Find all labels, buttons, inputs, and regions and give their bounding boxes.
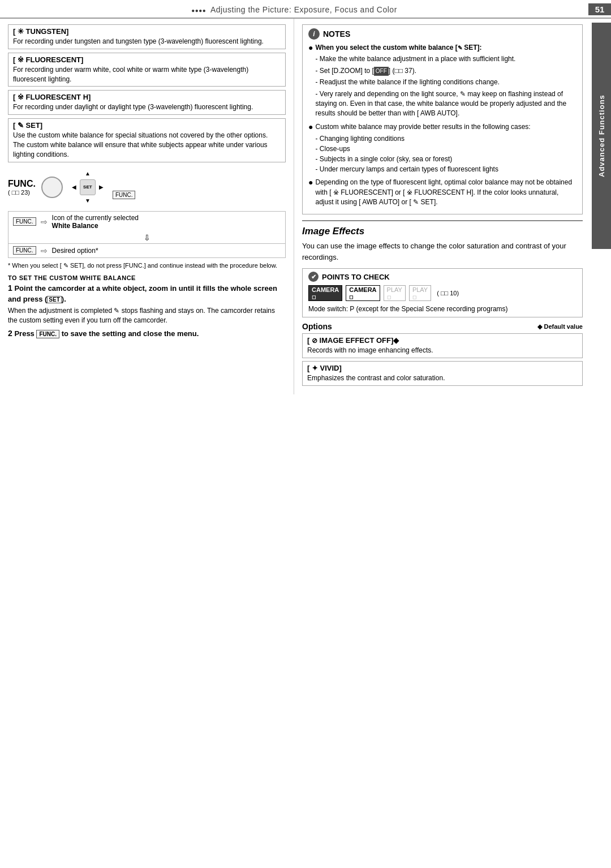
dpad-center[interactable]: SET <box>80 179 96 195</box>
right-column: i NOTES ● When you select the custom whi… <box>294 19 611 394</box>
fluorescent-h-title: [ ※ FLUORESCENT H] <box>13 93 281 101</box>
divider <box>302 220 583 221</box>
func-circle-button[interactable] <box>41 177 63 198</box>
image-effects-title: Image Effects <box>302 226 583 237</box>
step-1: 1 Point the camcorder at a white object,… <box>8 283 286 325</box>
header-title-text: Adjusting the Picture: Exposure, Focus a… <box>210 5 397 14</box>
camera-badge-dark-1: CAMERA◻ <box>308 285 342 301</box>
points-mode: Mode switch: P (except for the Special S… <box>308 304 576 314</box>
note-3: ● Depending on the type of fluorescent l… <box>308 178 576 209</box>
tungsten-title: [ ✳ TUNGSTEN] <box>13 27 281 36</box>
flow-down-arrow: ⇩ <box>8 232 285 243</box>
flow-footnote: * When you select [ ✎ SET], do not press… <box>8 261 286 270</box>
options-label: Options <box>302 322 332 331</box>
set-description: Use the custom white balance for special… <box>13 131 281 159</box>
page-header: ●●●● Adjusting the Picture: Exposure, Fo… <box>0 0 611 19</box>
step-2: 2 Press FUNC. to save the setting and cl… <box>8 329 286 340</box>
notes-title: NOTES <box>323 29 350 38</box>
fluorescent-title: [ ※ FLUORESCENT] <box>13 55 281 64</box>
page-number: 51 <box>588 3 611 15</box>
flow-text-2: Desired option* <box>52 247 98 255</box>
note-1-p4: - Very rarely and depending on the light… <box>315 89 576 119</box>
dpad: ▲ ◀ SET ▶ ▼ <box>68 168 107 207</box>
note-1-content: When you select the custom white balance… <box>315 43 576 121</box>
fluorescent-h-description: For recording under daylight or daylight… <box>13 102 281 112</box>
fluorescent-h-section: [ ※ FLUORESCENT H] For recording under d… <box>8 90 286 115</box>
func-label-group: FUNC. ( □□ 23) <box>8 179 36 196</box>
note-2-intro: Custom white balance may provide better … <box>315 122 530 132</box>
set-title: [ ✎ SET] <box>13 121 281 130</box>
play-badge-1: PLAY◻ <box>384 285 406 301</box>
step-1-text: Point the camcorder at a white object, z… <box>8 284 277 303</box>
dpad-left[interactable]: ◀ <box>68 179 80 195</box>
main-content: [ ✳ TUNGSTEN] For recording under tungst… <box>0 19 611 394</box>
default-value-note: ◆ Default value <box>537 323 583 330</box>
flow-row-2: FUNC. ⇨ Desired option* <box>8 243 285 257</box>
notes-header: i NOTES <box>308 28 576 40</box>
note-2-list: - Changing lighting conditions- Close-up… <box>315 134 530 174</box>
func-area: FUNC. ( □□ 23) ▲ ◀ SET ▶ ▼ FUNC. <box>8 168 286 207</box>
fluorescent-description: For recording under warm white, cool whi… <box>13 65 281 84</box>
options-header: Options ◆ Default value <box>302 322 583 331</box>
header-dots: ●●●● <box>191 7 206 14</box>
step-2-text: Press FUNC. to save the setting and clos… <box>14 329 199 338</box>
note-1-p2: - Set [D.ZOOM] to [OFF] (□□ 37). <box>315 66 576 76</box>
func-label: FUNC. <box>8 179 36 189</box>
func-ref: ( □□ 23) <box>8 189 36 196</box>
step-2-num: 2 <box>8 329 12 338</box>
dpad-right[interactable]: ▶ <box>96 179 107 195</box>
play-badge-2: PLAY◻ <box>409 285 431 301</box>
func-button-small: FUNC. <box>113 191 136 199</box>
bullet-3: ● <box>308 178 313 209</box>
note-1-intro: When you select the custom white balance… <box>315 43 576 53</box>
dpad-up[interactable]: ▲ <box>80 168 96 179</box>
points-to-check-box: ✔ POINTS TO CHECK CAMERA◻ CAMERA◻ PLAY◻ … <box>302 268 583 317</box>
func-button-label: FUNC. <box>113 192 136 198</box>
notes-box: i NOTES ● When you select the custom whi… <box>302 24 583 214</box>
bullet-1: ● <box>308 43 313 121</box>
note-3-text: Depending on the type of fluorescent lig… <box>315 178 576 207</box>
sidebar-label: Advanced Functions <box>592 23 611 249</box>
note-1: ● When you select the custom white balan… <box>308 43 576 121</box>
flow-arrow-2: ⇨ <box>41 246 48 255</box>
fluorescent-section: [ ※ FLUORESCENT] For recording under war… <box>8 53 286 87</box>
option-off-desc: Records with no image enhancing effects. <box>307 346 578 355</box>
info-icon: i <box>308 28 320 40</box>
check-icon: ✔ <box>308 272 319 282</box>
tungsten-section: [ ✳ TUNGSTEN] For recording under tungst… <box>8 24 286 49</box>
step-1-num: 1 <box>8 283 12 293</box>
white-balance-label: White Balance <box>52 222 98 230</box>
camera-badge-light-1: CAMERA◻ <box>346 285 380 301</box>
bullet-2: ● <box>308 122 313 176</box>
flow-arrow-1: ⇨ <box>41 217 48 226</box>
off-badge: OFF <box>374 67 389 76</box>
header-title: ●●●● Adjusting the Picture: Exposure, Fo… <box>0 5 588 14</box>
flow-text-1: Icon of the currently selected White Bal… <box>52 214 139 230</box>
left-column: [ ✳ TUNGSTEN] For recording under tungst… <box>0 19 294 394</box>
points-ref: ( □□ 10) <box>437 290 459 297</box>
option-vivid-title: [ ✦ VIVID] <box>307 364 578 372</box>
note-1-p3: - Readjust the white balance if the ligh… <box>315 78 576 87</box>
flow-func-btn-1: FUNC. <box>13 217 36 226</box>
option-vivid-desc: Emphasizes the contrast and color satura… <box>307 373 578 383</box>
flow-func-btn-2: FUNC. <box>13 246 36 255</box>
note-3-content: Depending on the type of fluorescent lig… <box>315 178 576 209</box>
step-1-desc: When the adjustment is completed ✎ stops… <box>8 306 286 326</box>
note-2-content: Custom white balance may provide better … <box>315 122 530 176</box>
points-header: ✔ POINTS TO CHECK <box>308 272 576 282</box>
option-vivid: [ ✦ VIVID] Emphasizes the contrast and c… <box>302 361 583 386</box>
flow-row-1: FUNC. ⇨ Icon of the currently selected W… <box>8 212 285 232</box>
note-2: ● Custom white balance may provide bette… <box>308 122 576 176</box>
option-image-effect-off: [ ⊘ IMAGE EFFECT OFF]◆ Records with no i… <box>302 333 583 358</box>
dpad-down[interactable]: ▼ <box>80 195 96 207</box>
points-title: POINTS TO CHECK <box>322 273 390 281</box>
option-off-title: [ ⊘ IMAGE EFFECT OFF]◆ <box>307 336 578 345</box>
step-2-func-btn: FUNC. <box>36 330 59 338</box>
tungsten-description: For recording under tungsten and tungste… <box>13 37 281 46</box>
image-effects-desc: You can use the image effects to change … <box>302 240 583 263</box>
note-1-p1: - Make the white balance adjustment in a… <box>315 54 576 64</box>
camera-badges: CAMERA◻ CAMERA◻ PLAY◻ PLAY◻ ( □□ 10) <box>308 285 576 301</box>
flow-box: FUNC. ⇨ Icon of the currently selected W… <box>8 211 286 258</box>
set-section: [ ✎ SET] Use the custom white balance fo… <box>8 118 286 162</box>
custom-wb-header: To set the custom white balance <box>8 274 286 281</box>
